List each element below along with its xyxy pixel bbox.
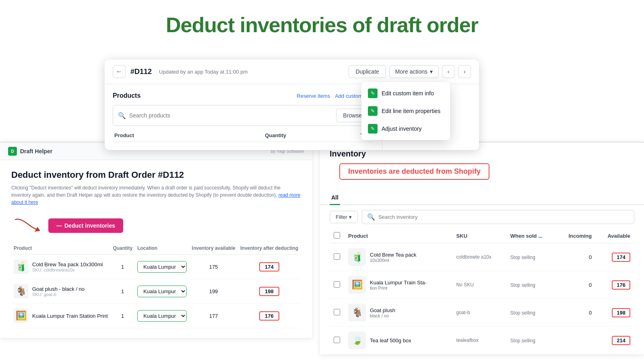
product-cell: 🖼️ Kuala Lumpur Train Station Print	[14, 309, 108, 323]
product-cell: 🧃 Cold Brew Tea pack 10x300ml SKU: coldb…	[14, 259, 108, 274]
product-thumb: 🐐	[14, 284, 28, 298]
select-all-checkbox[interactable]	[334, 232, 340, 239]
stop-selling-badge: Stop selling	[510, 338, 535, 343]
draft-product-row: 🖼️ Kuala Lumpur Train Station Print 1 Ku…	[11, 304, 301, 328]
inv-product-info: 🖼️ Kuala Lumpur Train Sta- tion Print	[348, 276, 448, 294]
chevron-down-icon: ▾	[430, 68, 433, 75]
inv-product-text: Goat plush black / no	[370, 307, 395, 318]
updated-text: Updated by an app Today at 11:00 pm	[159, 69, 248, 75]
product-sku: SKU: goat-b	[32, 292, 85, 297]
inv-thumb-emoji: 🐐	[352, 307, 363, 318]
row-checkbox-cell	[330, 327, 344, 354]
inv-incoming-cell: 0	[557, 299, 596, 327]
search-input[interactable]	[129, 112, 333, 119]
more-actions-dropdown: ✎ Edit custom item info ✎ Edit line item…	[361, 82, 450, 140]
col-header-product: Product	[114, 132, 244, 138]
inv-product-name: Cold Brew Tea pack	[370, 252, 416, 258]
page-hero-title: Deduct inventories of draft order	[0, 0, 644, 47]
col-location: Location	[135, 242, 189, 255]
reserve-items-link[interactable]: Reserve items	[297, 93, 330, 99]
product-emoji: 🐐	[16, 286, 27, 296]
inv-product-cell: 🧃 Cold Brew Tea pack 10x300ml	[344, 243, 452, 271]
col-quantity: Quantity	[110, 242, 135, 255]
inventory-row: 🧃 Cold Brew Tea pack 10x300ml coldbrewte…	[330, 243, 634, 271]
col-checkbox	[330, 229, 344, 243]
location-select[interactable]: Kuala Lumpur	[137, 261, 187, 273]
product-info: Goat plush - black / no SKU: goat-b	[32, 286, 85, 297]
inv-product-cell: 🍃 Tea leaf 500g box	[344, 327, 452, 354]
inv-available-box: 174	[612, 253, 630, 262]
col-incoming: Incoming	[557, 229, 596, 243]
location-select[interactable]: Kuala Lumpur	[137, 310, 187, 322]
draft-helper-panel: D Draft Helper by Yagi Software Deduct i…	[0, 142, 312, 338]
dropdown-adjust-inventory[interactable]: ✎ Adjust inventory	[361, 120, 450, 138]
row-checkbox-cell	[330, 299, 344, 327]
nav-next-button[interactable]: ›	[458, 65, 471, 78]
deducted-badge: Inventories are deducted from Shopify	[339, 163, 489, 180]
draft-products-table: Product Quantity Location Inventory avai…	[11, 242, 301, 328]
adjust-inventory-icon: ✎	[368, 124, 378, 134]
row-checkbox[interactable]	[334, 253, 340, 260]
section-header: Products Reserve items Add custom item	[113, 92, 374, 99]
row-checkbox[interactable]	[334, 309, 340, 315]
inv-product-name: Kuala Lumpur Train Sta-	[370, 280, 427, 286]
dropdown-edit-line[interactable]: ✎ Edit line item properties	[361, 102, 450, 120]
inv-product-variant: tion Print	[370, 286, 427, 290]
app-title: Deduct inventory from Draft Order #D112	[11, 170, 301, 180]
tab-all[interactable]: All	[330, 191, 340, 205]
inv-sku-cell: goat-b	[452, 299, 506, 327]
inv-product-text: Kuala Lumpur Train Sta- tion Print	[370, 280, 427, 290]
col-product: Product	[344, 229, 452, 243]
filter-row: Filter ▾ 🔍	[320, 210, 644, 224]
edit-line-icon: ✎	[368, 106, 378, 116]
inventory-search-input[interactable]	[378, 214, 629, 220]
inventory-after-cell: 198	[238, 279, 301, 304]
back-button[interactable]: ←	[113, 65, 126, 78]
inventory-row: 🐐 Goat plush black / no goat-b Stop sell…	[330, 299, 634, 327]
location-select[interactable]: Kuala Lumpur	[137, 286, 187, 297]
inventory-after-cell: 174	[238, 255, 301, 279]
inventory-panel: Inventory Inventories are deducted from …	[320, 142, 644, 354]
quantity-cell: 1	[110, 304, 135, 328]
inv-product-cell: 🖼️ Kuala Lumpur Train Sta- tion Print	[344, 271, 452, 299]
inventory-after-box: 174	[259, 262, 279, 272]
inv-available-box: 214	[612, 336, 630, 345]
deduct-inventories-button[interactable]: — Deduct inventories	[48, 218, 123, 233]
col-sku: SKU	[452, 229, 506, 243]
more-actions-button[interactable]: More actions ▾	[389, 65, 439, 78]
dropdown-edit-custom[interactable]: ✎ Edit custom item info	[361, 84, 450, 102]
stop-selling-badge: Stop selling	[510, 282, 535, 288]
inv-sku-cell: tealeafbox	[452, 327, 506, 354]
inv-thumb: 🧃	[348, 248, 366, 266]
row-checkbox[interactable]	[334, 281, 340, 288]
duplicate-button[interactable]: Duplicate	[349, 65, 386, 78]
col-inventory-after: Inventory after deducting	[238, 242, 301, 255]
product-name: Goat plush - black / no	[32, 286, 85, 292]
inv-when-sold-cell: Stop selling	[506, 299, 557, 327]
row-checkbox-cell	[330, 243, 344, 271]
product-info: Kuala Lumpur Train Station Print	[32, 313, 108, 319]
draft-product-row: 🧃 Cold Brew Tea pack 10x300ml SKU: coldb…	[11, 255, 301, 279]
inv-product-variant: 10x300ml	[370, 258, 416, 263]
row-checkbox[interactable]	[334, 337, 340, 343]
inventory-after-cell: 176	[238, 304, 301, 328]
inv-incoming-cell: 0	[557, 243, 596, 271]
inv-available-cell: 174	[596, 243, 634, 271]
stop-selling-badge: Stop selling	[510, 255, 535, 260]
product-thumb: 🧃	[14, 259, 28, 274]
location-cell: Kuala Lumpur	[135, 255, 189, 279]
inv-sku-cell: No SKU	[452, 271, 506, 299]
inv-available-cell: 176	[596, 271, 634, 299]
inv-product-cell: 🐐 Goat plush black / no	[344, 299, 452, 327]
inv-thumb-emoji: 🍃	[352, 335, 363, 346]
shopify-draft-order-panel: ← #D112 Updated by an app Today at 11:00…	[105, 60, 479, 150]
inv-available-box: 176	[612, 280, 630, 290]
inv-available-cell: 198	[596, 299, 634, 327]
product-cell: 🐐 Goat plush - black / no SKU: goat-b	[14, 284, 108, 298]
inventory-search: 🔍	[362, 210, 634, 224]
col-inventory-available: Inventory available	[189, 242, 237, 255]
filter-button[interactable]: Filter ▾	[330, 211, 358, 223]
draft-product-row: 🐐 Goat plush - black / no SKU: goat-b 1 …	[11, 279, 301, 304]
nav-prev-button[interactable]: ‹	[442, 65, 455, 78]
inventory-table: Product SKU When sold ... Incoming Avail…	[330, 229, 634, 354]
